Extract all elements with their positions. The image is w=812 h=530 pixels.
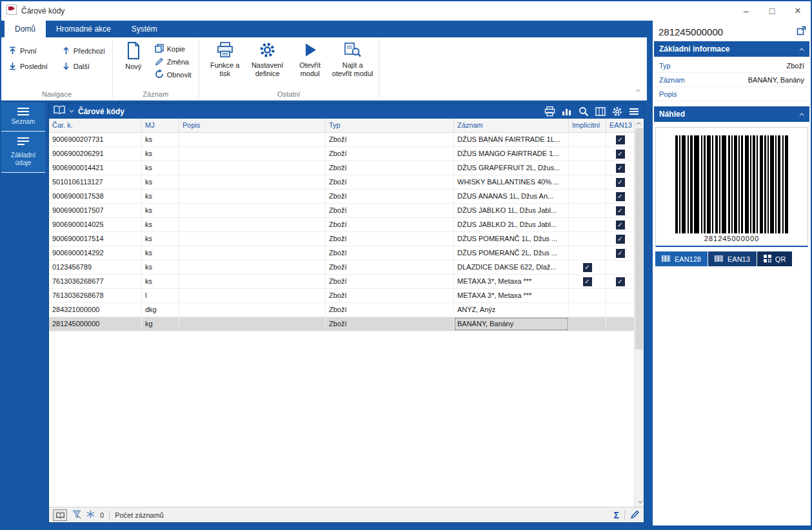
ean13-checkbox-cell[interactable] — [606, 289, 634, 302]
print-icon[interactable] — [544, 106, 555, 117]
tab-system[interactable]: Systém — [121, 21, 168, 37]
close-button[interactable]: × — [785, 1, 811, 21]
implicitni-checkbox-cell[interactable] — [569, 161, 606, 175]
grid-settings-icon[interactable] — [612, 106, 622, 117]
table-row[interactable]: 9006900206291ksZbožíDŽUS MANGO FAIRTRADE… — [49, 147, 634, 161]
sidebar-item-zakladni-udaje[interactable]: Základní údaje — [1, 132, 45, 173]
new-record-button[interactable]: Nový — [118, 40, 149, 71]
sidebar-item-seznam[interactable]: Seznam — [1, 103, 45, 132]
ribbon-collapse-button[interactable] — [637, 83, 640, 95]
functions-print-button[interactable]: Funkce a tisk — [204, 40, 246, 77]
popout-icon[interactable] — [797, 26, 806, 38]
minimize-button[interactable]: – — [733, 1, 759, 21]
implicitni-checkbox-cell[interactable] — [569, 317, 606, 331]
view-dropdown-icon[interactable] — [69, 108, 74, 113]
field-row-typ[interactable]: Typ Zboží — [654, 59, 809, 73]
table-row[interactable]: 9006900017538ksZbožíDŽUS ANANAS 1L, Džus… — [49, 190, 634, 204]
implicitni-checkbox-cell[interactable] — [569, 133, 606, 146]
column-header-mj[interactable]: MJ — [142, 119, 179, 132]
ean13-checkbox-cell[interactable]: ✓ — [606, 232, 634, 246]
column-header-car-k[interactable]: Čar. k. — [49, 119, 142, 132]
previous-record-button[interactable]: Předchozi — [60, 44, 107, 58]
first-record-button[interactable]: První — [6, 44, 50, 58]
freeze-icon[interactable] — [86, 510, 95, 520]
cell-popis — [179, 275, 326, 288]
scroll-down-icon[interactable] — [635, 497, 644, 507]
next-record-button[interactable]: Další — [60, 59, 107, 74]
ean13-checkbox-cell[interactable] — [606, 317, 634, 331]
implicitni-checkbox-cell[interactable] — [569, 190, 606, 203]
implicitni-checkbox-cell[interactable]: ✓ — [569, 275, 606, 288]
menu-icon[interactable] — [629, 106, 639, 117]
ean13-button[interactable]: EAN13 — [708, 251, 757, 266]
column-header-zaznam[interactable]: Záznam — [454, 119, 569, 132]
table-row[interactable]: 0123456789ksZbožíDLAZDICE DAKSE 622, Dla… — [49, 260, 634, 275]
implicitni-checkbox-cell[interactable] — [569, 218, 606, 231]
search-settings-icon[interactable] — [579, 106, 589, 117]
table-row[interactable]: 9006900017507ksZbožíDŽUS JABLKO 1L, Džus… — [49, 204, 634, 218]
definition-settings-button[interactable]: Nastavení definice — [247, 40, 288, 77]
table-row[interactable]: 7613036268677ksZbožíMETAXA 3*, Metaxa **… — [49, 275, 634, 289]
ean13-checkbox-cell[interactable]: ✓ — [606, 275, 634, 288]
ean13-checkbox-cell[interactable]: ✓ — [606, 190, 634, 203]
implicitni-checkbox-cell[interactable] — [569, 303, 606, 317]
table-row[interactable]: 9006900014421ksZbožíDŽUS GRAPEFRUIT 2L, … — [49, 161, 634, 175]
qr-button[interactable]: QR — [757, 251, 793, 266]
ean13-checkbox-cell[interactable]: ✓ — [606, 161, 634, 175]
ean13-checkbox-cell[interactable]: ✓ — [606, 204, 634, 217]
view-mode-button[interactable] — [53, 509, 67, 521]
tab-domu[interactable]: Domů — [5, 21, 46, 37]
implicitni-checkbox-cell[interactable] — [569, 232, 606, 246]
column-header-ean13[interactable]: EAN13 — [606, 119, 634, 132]
open-module-button[interactable]: Otevřít modul — [290, 40, 331, 77]
ean13-checkbox-cell[interactable]: ✓ — [606, 133, 634, 146]
column-header-typ[interactable]: Typ — [326, 119, 454, 132]
find-open-module-button[interactable]: Najít a otevřít modul — [332, 40, 373, 77]
table-row[interactable]: 284321000000dkgZbožíANÝZ, Anýz — [49, 303, 634, 317]
table-row[interactable]: 7613036268678lZbožíMETAXA 3*, Metaxa *** — [49, 289, 634, 303]
refresh-button[interactable]: Obnovit — [153, 70, 193, 80]
ean13-checkbox-cell[interactable]: ✓ — [606, 147, 634, 161]
collapse-icon[interactable] — [800, 48, 804, 52]
table-row[interactable]: 9006900017514ksZbožíDŽUS POMERANČ 1L, Dž… — [49, 232, 634, 246]
filter-icon[interactable] — [72, 510, 81, 520]
book-icon[interactable] — [54, 105, 65, 117]
sum-icon[interactable]: Σ — [614, 511, 619, 520]
table-row[interactable]: 9006900207731ksZbožíDŽUS BANÁN FAIRTRADE… — [49, 133, 634, 147]
ean13-checkbox-cell[interactable]: ✓ — [606, 246, 634, 260]
ean13-checkbox-cell[interactable]: ✓ — [606, 175, 634, 189]
field-row-zaznam[interactable]: Záznam BANÁNY, Banány — [654, 73, 809, 87]
ean13-checkbox-cell[interactable]: ✓ — [606, 218, 634, 231]
edit-cell-icon[interactable] — [630, 509, 640, 520]
implicitni-checkbox-cell[interactable]: ✓ — [569, 260, 606, 274]
maximize-button[interactable]: □ — [759, 1, 785, 21]
ean13-checkbox-cell[interactable] — [606, 260, 634, 274]
edit-button[interactable]: Změna — [153, 57, 193, 67]
columns-icon[interactable] — [595, 106, 606, 117]
column-header-popis[interactable]: Popis — [179, 119, 326, 132]
scrollbar-track[interactable] — [635, 128, 644, 497]
last-record-button[interactable]: Poslední — [6, 59, 50, 74]
field-row-popis[interactable]: Popis — [654, 87, 809, 101]
collapse-icon[interactable] — [800, 113, 804, 117]
scrollbar-thumb[interactable] — [635, 128, 643, 349]
section-header-info[interactable]: Základní informace — [654, 41, 809, 57]
implicitni-checkbox-cell[interactable] — [569, 147, 606, 161]
scroll-up-icon[interactable] — [635, 119, 644, 128]
table-row[interactable]: 9006900014025ksZbožíDŽUS JABLKO 2L, Džus… — [49, 218, 634, 232]
table-row[interactable]: 281245000000kgZbožíBANÁNY, Banány — [49, 317, 634, 331]
table-row[interactable]: 5010106113127ksZbožíWHISKY BALLANTINES 4… — [49, 175, 634, 190]
implicitni-checkbox-cell[interactable] — [569, 204, 606, 217]
ean13-checkbox-cell[interactable] — [606, 303, 634, 317]
table-row[interactable]: 9006900014292ksZbožíDŽUS POMERANČ 2L, Dž… — [49, 246, 634, 260]
section-header-nahled[interactable]: Náhled — [654, 106, 809, 122]
chart-icon[interactable] — [562, 106, 572, 117]
implicitni-checkbox-cell[interactable] — [569, 246, 606, 260]
copy-button[interactable]: Kopie — [153, 44, 193, 54]
implicitni-checkbox-cell[interactable] — [569, 175, 606, 189]
implicitni-checkbox-cell[interactable] — [569, 289, 606, 302]
ean128-button[interactable]: EAN128 — [655, 251, 708, 266]
tab-hromadne-akce[interactable]: Hromadné akce — [46, 21, 121, 37]
column-header-implicitni[interactable]: Implicitní — [569, 119, 606, 132]
vertical-scrollbar[interactable] — [634, 119, 644, 507]
